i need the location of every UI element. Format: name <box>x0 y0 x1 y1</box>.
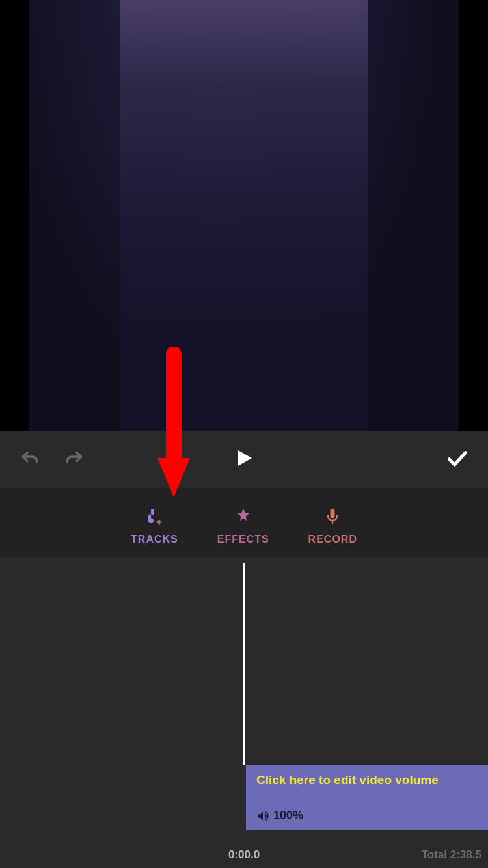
undo-icon <box>20 449 40 470</box>
tab-record[interactable]: RECORD <box>308 506 357 545</box>
svg-rect-1 <box>331 509 335 518</box>
timeline-total-time: Total 2:38.5 <box>422 848 481 861</box>
audio-tabs-bar: TRACKS EFFECTS RECORD <box>0 488 488 557</box>
video-preview-area <box>0 0 488 431</box>
tab-record-label: RECORD <box>308 534 357 545</box>
microphone-icon <box>322 506 343 527</box>
clip-volume-display: 100% <box>256 809 478 822</box>
timeline-area[interactable]: Click here to edit video volume 100% 0:0… <box>0 557 488 868</box>
tab-tracks-label: TRACKS <box>131 534 178 545</box>
tab-tracks[interactable]: TRACKS <box>131 506 178 545</box>
tab-effects-label: EFFECTS <box>217 534 269 545</box>
redo-button[interactable] <box>62 448 86 471</box>
redo-icon <box>64 449 85 470</box>
undo-button[interactable] <box>18 448 42 471</box>
speaker-icon <box>256 809 269 822</box>
timeline-footer: 0:00.0 Total 2:38.5 <box>0 842 488 868</box>
video-preview-frame[interactable] <box>29 0 459 431</box>
play-icon <box>232 446 256 470</box>
timeline-playhead[interactable] <box>243 563 245 765</box>
play-button[interactable] <box>232 446 256 472</box>
svg-point-0 <box>148 518 154 523</box>
music-note-plus-icon <box>144 506 165 527</box>
tab-effects[interactable]: EFFECTS <box>217 506 269 545</box>
confirm-button[interactable] <box>444 445 470 474</box>
playback-control-bar <box>0 431 488 488</box>
clip-volume-value: 100% <box>273 809 303 822</box>
video-preview-content <box>120 0 368 431</box>
sparkle-icon <box>233 506 254 527</box>
checkmark-icon <box>444 445 470 471</box>
video-audio-clip[interactable]: Click here to edit video volume 100% <box>246 765 488 830</box>
timeline-current-time: 0:00.0 <box>228 848 260 861</box>
clip-hint-text: Click here to edit video volume <box>256 773 478 787</box>
